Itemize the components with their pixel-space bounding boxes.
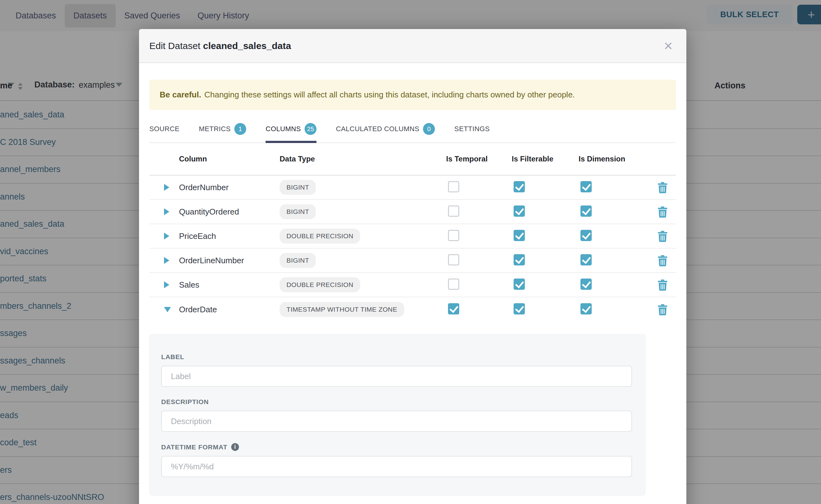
is-filterable-header: Is Filterable [512, 155, 579, 163]
trash-icon [657, 230, 668, 242]
modal-tab[interactable]: SETTINGS [454, 118, 490, 142]
column-header: Column [179, 155, 279, 163]
tab-count-badge: 1 [234, 123, 246, 135]
description-input[interactable] [161, 411, 632, 432]
trash-cell [649, 304, 676, 315]
description-text: DESCRIPTION [161, 398, 209, 406]
is-filterable-checkbox[interactable] [514, 181, 525, 192]
warning-text: Changing these settings will affect all … [204, 90, 575, 100]
datetime-format-field-label: DATETIME FORMAT i [161, 443, 632, 451]
is-filterable-checkbox[interactable] [514, 303, 525, 314]
is-dimension-checkbox[interactable] [581, 205, 592, 217]
data-type-badge: DOUBLE PRECISION [279, 229, 360, 244]
is-filterable-cell [512, 181, 579, 194]
modal-tab[interactable]: CALCULATED COLUMNS 0 [336, 118, 435, 142]
modal-tabs: SOURCE METRICS 1 COLUMNS 25 CALCULATED C… [149, 118, 676, 143]
trash-cell [649, 254, 676, 266]
delete-column-button[interactable] [657, 279, 668, 291]
modal-title-dataset: cleaned_sales_data [203, 41, 291, 51]
expand-caret-icon[interactable] [164, 307, 171, 312]
is-filterable-checkbox[interactable] [514, 230, 525, 241]
is-dimension-checkbox[interactable] [581, 279, 592, 290]
caret-cell [149, 184, 179, 191]
data-type-badge: BIGINT [279, 253, 316, 268]
column-row: OrderDate TIMESTAMP WITHOUT TIME ZONE [149, 297, 676, 322]
is-temporal-cell [446, 279, 512, 291]
data-type-header: Data Type [279, 155, 446, 163]
data-type-cell: DOUBLE PRECISION [279, 229, 446, 244]
caret-cell [149, 307, 179, 312]
delete-column-button[interactable] [657, 230, 668, 242]
expand-caret-icon[interactable] [164, 281, 169, 288]
datetime-format-text: DATETIME FORMAT [161, 443, 227, 451]
caret-cell [149, 208, 179, 215]
trash-icon [657, 304, 668, 315]
is-dimension-cell [579, 181, 649, 194]
column-editor-panel: LABEL DESCRIPTION DATETIME FORMAT i [149, 334, 645, 496]
is-temporal-cell [446, 205, 512, 218]
column-name: Sales [179, 280, 279, 290]
caret-cell [149, 281, 179, 288]
tab-count-badge: 25 [304, 123, 316, 135]
modal-title-prefix: Edit Dataset [149, 41, 200, 51]
delete-column-button[interactable] [657, 254, 668, 266]
is-temporal-header: Is Temporal [446, 155, 512, 163]
tab-label: SETTINGS [454, 125, 490, 133]
modal-tab[interactable]: METRICS 1 [199, 118, 246, 142]
is-dimension-cell [579, 303, 649, 316]
is-dimension-checkbox[interactable] [581, 254, 592, 265]
column-name: OrderNumber [179, 183, 279, 192]
is-dimension-cell [579, 254, 649, 267]
modal-title: Edit Dataset cleaned_sales_data [149, 41, 291, 51]
delete-column-button[interactable] [657, 181, 668, 193]
column-name: OrderDate [179, 305, 279, 314]
is-temporal-checkbox[interactable] [448, 254, 459, 265]
modal-tab[interactable]: COLUMNS 25 [265, 118, 316, 142]
expand-caret-icon[interactable] [164, 257, 169, 264]
edit-dataset-modal: Edit Dataset cleaned_sales_data × Be car… [139, 29, 686, 504]
is-dimension-checkbox[interactable] [581, 230, 592, 241]
data-type-badge: BIGINT [279, 180, 316, 195]
is-dimension-checkbox[interactable] [581, 181, 592, 192]
trash-cell [649, 279, 676, 291]
expand-caret-icon[interactable] [164, 184, 169, 191]
is-temporal-checkbox[interactable] [448, 303, 459, 314]
delete-column-button[interactable] [657, 206, 668, 218]
data-type-cell: DOUBLE PRECISION [279, 277, 446, 292]
column-row: OrderNumber BIGINT [149, 175, 676, 200]
datetime-format-input[interactable] [161, 456, 632, 477]
expand-caret-icon[interactable] [164, 208, 169, 215]
info-icon[interactable]: i [231, 443, 239, 451]
is-filterable-checkbox[interactable] [514, 254, 525, 265]
is-temporal-checkbox[interactable] [448, 181, 459, 192]
caret-cell [149, 233, 179, 240]
tab-label: SOURCE [149, 125, 180, 133]
columns-table-rows: OrderNumber BIGINT [149, 175, 676, 322]
caret-cell [149, 257, 179, 264]
is-dimension-cell [579, 205, 649, 218]
modal-tab[interactable]: SOURCE [149, 118, 180, 142]
column-name: OrderLineNumber [179, 256, 279, 265]
expand-caret-icon[interactable] [164, 233, 169, 240]
is-temporal-checkbox[interactable] [448, 205, 459, 217]
trash-icon [657, 206, 668, 218]
datetime-format-field: DATETIME FORMAT i [161, 443, 632, 477]
data-type-cell: BIGINT [279, 204, 446, 219]
is-filterable-cell [512, 230, 579, 242]
trash-cell [649, 206, 676, 218]
data-type-cell: BIGINT [279, 253, 446, 268]
is-filterable-checkbox[interactable] [514, 205, 525, 217]
delete-column-button[interactable] [657, 304, 668, 315]
close-icon[interactable]: × [661, 38, 675, 53]
is-filterable-checkbox[interactable] [514, 279, 525, 290]
is-dimension-checkbox[interactable] [581, 303, 592, 314]
data-type-badge: DOUBLE PRECISION [279, 277, 360, 292]
column-name: PriceEach [179, 231, 279, 241]
label-input[interactable] [161, 366, 632, 387]
data-type-badge: TIMESTAMP WITHOUT TIME ZONE [279, 302, 404, 317]
is-temporal-cell [446, 230, 512, 242]
is-temporal-checkbox[interactable] [448, 279, 459, 290]
is-filterable-cell [512, 205, 579, 218]
is-temporal-checkbox[interactable] [448, 230, 459, 241]
data-type-cell: BIGINT [279, 180, 446, 195]
